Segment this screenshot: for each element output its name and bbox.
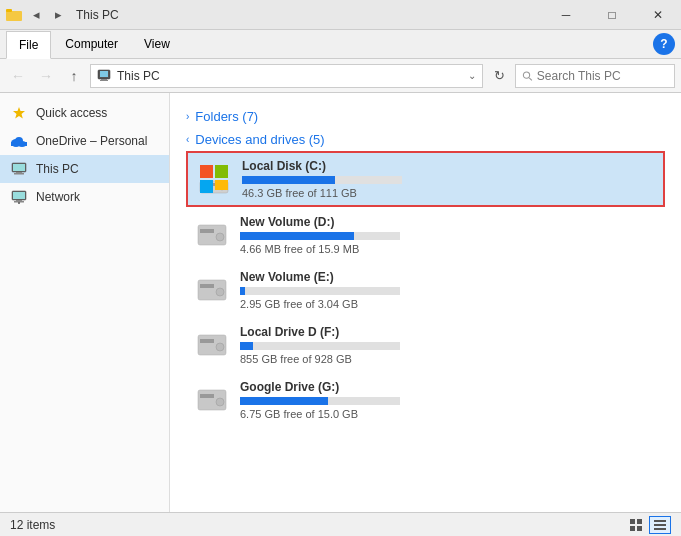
svg-rect-2 xyxy=(6,9,12,12)
drive-item-c[interactable]: Local Disk (C:) 46.3 GB free of 111 GB xyxy=(186,151,665,207)
tab-file[interactable]: File xyxy=(6,31,51,59)
d-drive-icon xyxy=(194,217,230,253)
refresh-button[interactable]: ↻ xyxy=(487,64,511,88)
sidebar-label-network: Network xyxy=(36,190,80,204)
drive-item-d[interactable]: New Volume (D:) 4.66 MB free of 15.9 MB xyxy=(186,207,665,262)
search-input[interactable] xyxy=(537,69,668,83)
e-drive-icon xyxy=(194,272,230,308)
drives-section-header[interactable]: ‹ Devices and drives (5) xyxy=(186,132,665,147)
up-button[interactable]: ↑ xyxy=(62,64,86,88)
tab-computer[interactable]: Computer xyxy=(53,30,130,58)
e-drive-name: New Volume (E:) xyxy=(240,270,657,284)
svg-rect-41 xyxy=(200,394,214,398)
drive-item-g[interactable]: Google Drive (G:) 6.75 GB free of 15.0 G… xyxy=(186,372,665,427)
c-drive-bar xyxy=(242,176,402,184)
view-list-button[interactable] xyxy=(649,516,671,534)
address-input[interactable]: This PC ⌄ xyxy=(90,64,483,88)
drives-list: Local Disk (C:) 46.3 GB free of 111 GB xyxy=(186,151,665,427)
svg-rect-19 xyxy=(13,192,25,199)
svg-rect-32 xyxy=(200,229,214,233)
svg-rect-47 xyxy=(654,520,666,522)
tab-view[interactable]: View xyxy=(132,30,182,58)
sidebar-label-quick-access: Quick access xyxy=(36,106,107,120)
d-drive-bar xyxy=(240,232,400,240)
window-title: This PC xyxy=(76,8,119,22)
f-drive-bar xyxy=(240,342,400,350)
svg-rect-44 xyxy=(637,519,642,524)
content-area: › Folders (7) ‹ Devices and drives (5) xyxy=(170,93,681,512)
folders-chevron-icon: › xyxy=(186,111,189,122)
nav-back-icon[interactable]: ◂ xyxy=(26,5,46,25)
d-drive-free: 4.66 MB free of 15.9 MB xyxy=(240,243,657,255)
svg-point-7 xyxy=(523,71,529,77)
svg-rect-27 xyxy=(200,165,213,178)
search-icon xyxy=(522,70,533,82)
svg-point-33 xyxy=(216,233,224,241)
svg-point-22 xyxy=(18,202,20,204)
c-drive-icon xyxy=(196,161,232,197)
sidebar: Quick access OneDrive – Personal xyxy=(0,93,170,512)
svg-rect-6 xyxy=(100,80,108,81)
search-box[interactable] xyxy=(515,64,675,88)
svg-rect-46 xyxy=(637,526,642,531)
e-drive-bar xyxy=(240,287,400,295)
f-drive-info: Local Drive D (F:) 855 GB free of 928 GB xyxy=(240,325,657,365)
grid-icon xyxy=(629,518,643,532)
view-grid-button[interactable] xyxy=(625,516,647,534)
svg-rect-49 xyxy=(654,528,666,530)
g-drive-icon xyxy=(194,382,230,418)
minimize-button[interactable]: ─ xyxy=(543,0,589,30)
d-drive-bar-fill xyxy=(240,232,354,240)
forward-button[interactable]: → xyxy=(34,64,58,88)
cloud-icon xyxy=(10,132,28,150)
sidebar-label-onedrive: OneDrive – Personal xyxy=(36,134,147,148)
svg-point-39 xyxy=(216,343,224,351)
ribbon-tabs: File Computer View ? xyxy=(0,30,681,58)
nav-forward-icon[interactable]: ▸ xyxy=(48,5,68,25)
sidebar-item-network[interactable]: Network xyxy=(0,183,169,211)
svg-rect-17 xyxy=(14,173,24,175)
sidebar-item-this-pc[interactable]: This PC xyxy=(0,155,169,183)
title-bar-nav: ◂ ▸ xyxy=(26,5,68,25)
e-drive-info: New Volume (E:) 2.95 GB free of 3.04 GB xyxy=(240,270,657,310)
sidebar-item-onedrive[interactable]: OneDrive – Personal xyxy=(0,127,169,155)
drive-item-f[interactable]: Local Drive D (F:) 855 GB free of 928 GB xyxy=(186,317,665,372)
svg-rect-13 xyxy=(11,142,27,146)
close-button[interactable]: ✕ xyxy=(635,0,681,30)
address-chevron-icon: ⌄ xyxy=(468,70,476,81)
sidebar-label-this-pc: This PC xyxy=(36,162,79,176)
svg-rect-38 xyxy=(200,339,214,343)
g-drive-name: Google Drive (G:) xyxy=(240,380,657,394)
maximize-button[interactable]: □ xyxy=(589,0,635,30)
main-area: Quick access OneDrive – Personal xyxy=(0,93,681,512)
g-drive-free: 6.75 GB free of 15.0 GB xyxy=(240,408,657,420)
list-icon xyxy=(653,518,667,532)
title-bar-left: ◂ ▸ This PC xyxy=(6,5,119,25)
f-drive-free: 855 GB free of 928 GB xyxy=(240,353,657,365)
c-drive-bar-fill xyxy=(242,176,335,184)
svg-rect-28 xyxy=(215,165,228,178)
svg-rect-5 xyxy=(101,79,107,80)
svg-rect-30 xyxy=(215,180,228,190)
address-path-label: This PC xyxy=(117,69,160,83)
back-button[interactable]: ← xyxy=(6,64,30,88)
drives-chevron-icon: ‹ xyxy=(186,134,189,145)
svg-rect-48 xyxy=(654,524,666,526)
address-path: This PC xyxy=(117,69,462,83)
address-bar: ← → ↑ This PC ⌄ ↻ xyxy=(0,59,681,93)
e-drive-bar-fill xyxy=(240,287,245,295)
svg-rect-4 xyxy=(100,71,108,77)
g-drive-bar xyxy=(240,397,400,405)
f-drive-icon xyxy=(194,327,230,363)
f-drive-bar-fill xyxy=(240,342,253,350)
c-drive-free: 46.3 GB free of 111 GB xyxy=(242,187,655,199)
sidebar-item-quick-access[interactable]: Quick access xyxy=(0,99,169,127)
f-drive-name: Local Drive D (F:) xyxy=(240,325,657,339)
title-bar: ◂ ▸ This PC ─ □ ✕ xyxy=(0,0,681,30)
file-explorer-icon xyxy=(6,7,22,23)
drive-item-e[interactable]: New Volume (E:) 2.95 GB free of 3.04 GB xyxy=(186,262,665,317)
svg-marker-9 xyxy=(13,107,25,119)
svg-rect-43 xyxy=(630,519,635,524)
folders-section-header[interactable]: › Folders (7) xyxy=(186,109,665,124)
help-button[interactable]: ? xyxy=(653,33,675,55)
